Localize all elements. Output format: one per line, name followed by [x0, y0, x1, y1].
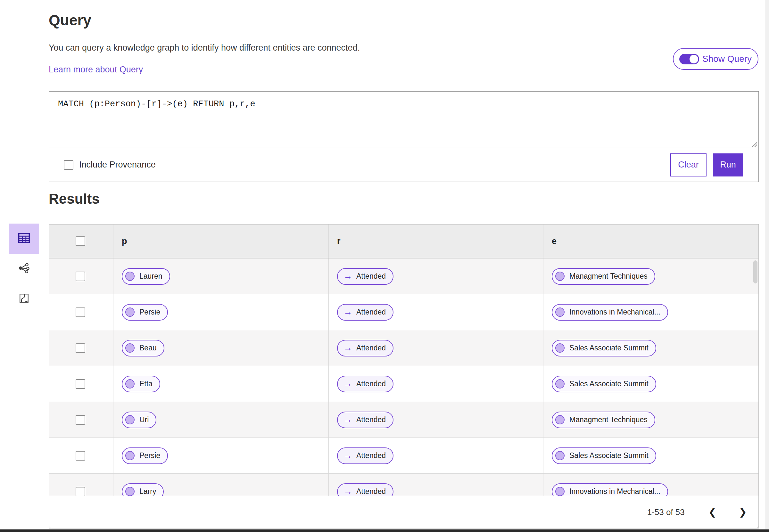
table-row: Persie → Attended Sales Associate Summit [49, 438, 758, 474]
entity-pill-e[interactable]: Sales Associate Summit [552, 376, 656, 392]
query-page: Query You can query a knowledge graph to… [0, 0, 769, 532]
results-view-switcher [9, 224, 39, 314]
entity-node-icon [555, 307, 565, 317]
include-provenance-checkbox[interactable] [64, 160, 73, 170]
results-heading: Results [49, 191, 100, 207]
window-bottom-edge [0, 529, 769, 532]
map-view-icon [18, 292, 30, 305]
entity-node-icon [125, 451, 135, 460]
entity-node-icon [555, 415, 565, 424]
table-header-row: p r e [49, 225, 758, 258]
entity-pill-p[interactable]: Beau [122, 340, 164, 356]
table-row: Lauren → Attended Managment Techniques [49, 258, 758, 294]
entity-node-icon [125, 272, 135, 281]
entity-node-icon [125, 487, 135, 496]
table-view-button[interactable] [9, 224, 39, 254]
scrollbar-gutter [752, 225, 758, 258]
arrow-right-icon: → [343, 308, 352, 316]
learn-more-link[interactable]: Learn more about Query [49, 65, 143, 75]
arrow-right-icon: → [343, 415, 352, 424]
graph-view-button[interactable] [9, 254, 39, 284]
row-checkbox[interactable] [76, 451, 85, 461]
entity-pill-p[interactable]: Uri [122, 412, 156, 428]
arrow-right-icon: → [343, 487, 352, 496]
relation-pill[interactable]: → Attended [337, 340, 394, 356]
query-editor-footer: Include Provenance Clear Run [49, 148, 758, 182]
entity-pill-e[interactable]: Innovations in Mechanical... [552, 304, 668, 321]
entity-node-icon [555, 451, 565, 460]
entity-node-icon [555, 487, 565, 496]
query-text-input[interactable]: MATCH (p:Person)-[r]->(e) RETURN p,r,e [49, 92, 758, 148]
graph-view-icon [18, 262, 30, 275]
entity-pill-e[interactable]: Managment Techniques [552, 268, 655, 285]
entity-pill-p[interactable]: Persie [122, 304, 168, 321]
entity-pill-p[interactable]: Etta [122, 376, 160, 392]
relation-pill[interactable]: → Attended [337, 376, 394, 392]
row-checkbox[interactable] [76, 343, 85, 353]
table-row: Uri → Attended Managment Techniques [49, 402, 758, 438]
entity-node-icon [555, 272, 565, 281]
page-title: Query [49, 12, 91, 29]
page-description: You can query a knowledge graph to ident… [49, 43, 360, 53]
column-header-e[interactable]: e [543, 225, 752, 258]
column-header-r[interactable]: r [328, 225, 543, 258]
entity-node-icon [125, 307, 135, 317]
pagination-bar: 1-53 of 53 ❮ ❯ [49, 496, 759, 528]
select-all-checkbox[interactable] [76, 236, 85, 246]
show-query-toggle-label: Show Query [702, 54, 752, 64]
relation-pill[interactable]: → Attended [337, 268, 394, 285]
row-checkbox[interactable] [76, 379, 85, 389]
row-checkbox[interactable] [76, 272, 85, 281]
toggle-switch-icon[interactable] [679, 54, 699, 64]
entity-pill-e[interactable]: Sales Associate Summit [552, 340, 656, 356]
entity-node-icon [125, 379, 135, 389]
results-table: p r e Lauren → Attended [49, 224, 759, 528]
relation-pill[interactable]: → Attended [337, 412, 394, 428]
entity-pill-p[interactable]: Persie [122, 447, 168, 464]
table-view-icon [17, 231, 31, 247]
table-row: Persie → Attended Innovations in Mechani… [49, 294, 758, 330]
entity-pill-e[interactable]: Managment Techniques [552, 412, 655, 428]
pagination-prev-button[interactable]: ❮ [707, 507, 718, 517]
map-view-button[interactable] [9, 284, 39, 314]
row-checkbox[interactable] [76, 487, 85, 496]
entity-pill-p[interactable]: Lauren [122, 268, 170, 285]
run-button[interactable]: Run [713, 153, 743, 176]
pagination-range-label: 1-53 of 53 [647, 507, 685, 517]
show-query-toggle[interactable]: Show Query [673, 48, 758, 70]
pagination-next-button[interactable]: ❯ [737, 507, 749, 517]
page-scrollbar[interactable] [765, 0, 769, 529]
arrow-right-icon: → [343, 380, 352, 388]
entity-node-icon [555, 343, 565, 353]
table-row: Beau → Attended Sales Associate Summit [49, 330, 758, 366]
query-editor-panel: MATCH (p:Person)-[r]->(e) RETURN p,r,e I… [49, 91, 759, 182]
arrow-right-icon: → [343, 451, 352, 460]
row-checkbox[interactable] [76, 415, 85, 425]
entity-node-icon [125, 415, 135, 424]
relation-pill[interactable]: → Attended [337, 304, 394, 321]
table-row: Etta → Attended Sales Associate Summit [49, 366, 758, 402]
table-body: Lauren → Attended Managment Techniques [49, 258, 758, 510]
arrow-right-icon: → [343, 344, 352, 352]
entity-pill-e[interactable]: Sales Associate Summit [552, 447, 656, 464]
toggle-knob [690, 55, 698, 63]
entity-node-icon [555, 379, 565, 389]
include-provenance-label: Include Provenance [79, 160, 156, 170]
relation-pill[interactable]: → Attended [337, 447, 394, 464]
arrow-right-icon: → [343, 272, 352, 281]
column-header-p[interactable]: p [113, 225, 328, 258]
clear-button[interactable]: Clear [670, 153, 707, 176]
row-checkbox[interactable] [76, 307, 85, 317]
entity-node-icon [125, 343, 135, 353]
table-scrollbar-thumb[interactable] [753, 260, 757, 283]
